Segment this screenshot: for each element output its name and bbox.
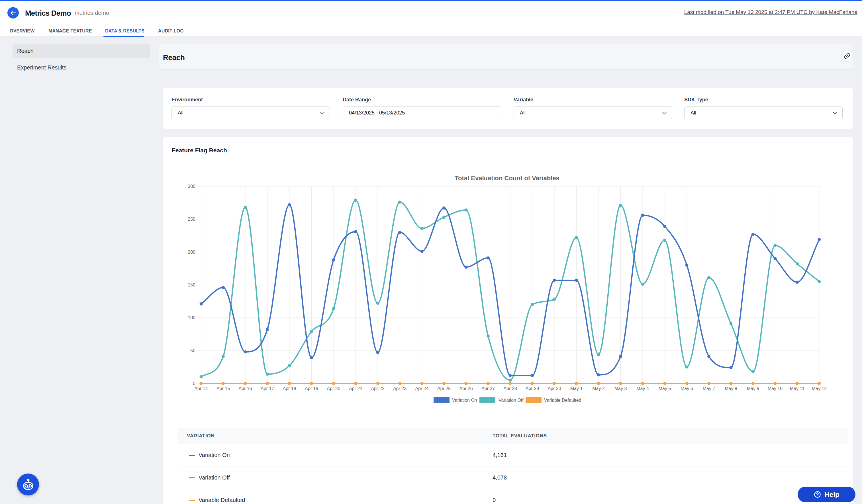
svg-text:Apr 20: Apr 20 xyxy=(327,386,340,391)
svg-text:May 11: May 11 xyxy=(790,386,805,391)
svg-text:May 12: May 12 xyxy=(812,386,827,391)
svg-text:150: 150 xyxy=(188,282,195,287)
svg-text:Apr 15: Apr 15 xyxy=(217,386,230,391)
svg-text:May 10: May 10 xyxy=(768,386,783,391)
svg-text:0: 0 xyxy=(193,381,195,386)
svg-text:Apr 18: Apr 18 xyxy=(283,386,296,391)
svg-text:100: 100 xyxy=(188,315,195,320)
svg-text:300: 300 xyxy=(188,184,195,189)
svg-text:Apr 23: Apr 23 xyxy=(393,386,406,391)
svg-text:May 8: May 8 xyxy=(725,386,737,391)
svg-text:Apr 27: Apr 27 xyxy=(481,386,495,391)
svg-text:May 9: May 9 xyxy=(747,386,759,391)
svg-text:May 3: May 3 xyxy=(614,386,627,391)
svg-text:May 6: May 6 xyxy=(681,386,693,391)
svg-text:Apr 26: Apr 26 xyxy=(459,386,473,391)
svg-text:May 4: May 4 xyxy=(636,386,649,391)
svg-text:Total Evaluation Count of Vari: Total Evaluation Count of Variables xyxy=(455,174,560,182)
svg-text:Apr 29: Apr 29 xyxy=(525,386,539,391)
svg-text:Variation Off: Variation Off xyxy=(498,398,524,403)
svg-text:Apr 17: Apr 17 xyxy=(261,386,274,391)
svg-text:Apr 16: Apr 16 xyxy=(238,386,252,391)
svg-text:Apr 25: Apr 25 xyxy=(437,386,450,391)
svg-text:May 7: May 7 xyxy=(703,386,715,391)
svg-text:Apr 21: Apr 21 xyxy=(349,386,362,391)
svg-text:May 5: May 5 xyxy=(658,386,671,391)
svg-text:Variable Defaulted: Variable Defaulted xyxy=(544,398,581,403)
svg-text:Apr 14: Apr 14 xyxy=(194,386,208,391)
svg-text:Apr 22: Apr 22 xyxy=(371,386,384,391)
svg-text:Variation On: Variation On xyxy=(452,398,477,403)
svg-text:May 2: May 2 xyxy=(592,386,605,391)
svg-text:Apr 28: Apr 28 xyxy=(504,386,517,391)
svg-text:Apr 19: Apr 19 xyxy=(305,386,318,391)
svg-text:Apr 30: Apr 30 xyxy=(548,386,561,391)
svg-text:50: 50 xyxy=(190,348,195,353)
svg-text:Apr 24: Apr 24 xyxy=(415,386,429,391)
svg-text:May 1: May 1 xyxy=(570,386,583,391)
svg-text:200: 200 xyxy=(188,250,195,254)
svg-text:250: 250 xyxy=(188,217,195,222)
